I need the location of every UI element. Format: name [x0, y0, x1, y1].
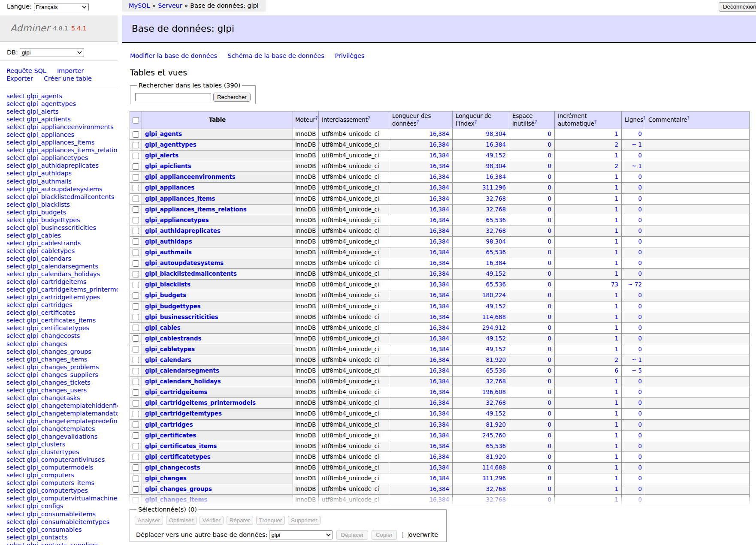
- index-length-link[interactable]: 294,912: [482, 325, 506, 331]
- data-length-link[interactable]: 16,384: [429, 314, 449, 320]
- sidebar-select-link[interactable]: select: [6, 108, 25, 115]
- sidebar-table-link[interactable]: glpi_apiclients: [27, 116, 70, 123]
- rows-count-link[interactable]: 0: [638, 410, 642, 417]
- sidebar-select-link[interactable]: select: [6, 441, 25, 448]
- rows-help-link[interactable]: ?: [643, 115, 645, 120]
- app-title[interactable]: Adminer: [10, 23, 50, 34]
- data-length-link[interactable]: 16,384: [429, 475, 449, 482]
- sidebar-select-link[interactable]: select: [6, 286, 25, 293]
- table-name-link[interactable]: glpi_budgets: [145, 292, 186, 298]
- data-length-link[interactable]: 16,384: [429, 174, 449, 180]
- data-length-link[interactable]: 16,384: [429, 378, 449, 385]
- move-button[interactable]: Déplacer: [336, 530, 368, 540]
- table-name-link[interactable]: glpi_cablestrands: [145, 335, 201, 342]
- sidebar-table-link[interactable]: glpi_budgets: [27, 209, 66, 216]
- sidebar-select-link[interactable]: select: [6, 542, 25, 545]
- data-length-link[interactable]: 16,384: [429, 196, 449, 202]
- sidebar-select-link[interactable]: select: [6, 495, 25, 502]
- data-free-link[interactable]: 0: [548, 196, 551, 202]
- index-length-link[interactable]: 65,536: [486, 249, 506, 256]
- row-checkbox[interactable]: [133, 325, 139, 331]
- data-free-link[interactable]: 0: [548, 422, 551, 428]
- sidebar-table-link[interactable]: glpi_computers: [27, 472, 74, 479]
- table-name-link[interactable]: glpi_cabletypes: [145, 346, 195, 352]
- sidebar-table-link[interactable]: glpi_changes_users: [27, 387, 87, 394]
- data-free-link[interactable]: 0: [548, 163, 551, 169]
- index-length-link[interactable]: 114,688: [482, 464, 506, 471]
- sidebar-select-link[interactable]: select: [6, 278, 25, 285]
- rows-count-link[interactable]: 0: [638, 152, 642, 159]
- data-length-link[interactable]: 16,384: [429, 389, 449, 395]
- index-length-link[interactable]: 49,152: [486, 346, 506, 352]
- sidebar-select-link[interactable]: select: [6, 425, 25, 432]
- move-db-select[interactable]: glpi: [269, 530, 333, 539]
- data-length-link[interactable]: 16,384: [429, 303, 449, 310]
- sidebar-select-link[interactable]: select: [6, 379, 25, 386]
- index-length-link[interactable]: 65,536: [486, 443, 506, 449]
- row-checkbox[interactable]: [133, 142, 139, 148]
- index-length-link[interactable]: 49,152: [486, 410, 506, 417]
- rows-count-link[interactable]: 0: [638, 422, 642, 428]
- index-length-link[interactable]: 65,536: [486, 281, 506, 288]
- auto-increment-link[interactable]: 1: [615, 217, 618, 223]
- table-name-link[interactable]: glpi_cables: [145, 325, 181, 331]
- index-length-link[interactable]: 245,760: [482, 432, 506, 439]
- table-name-link[interactable]: glpi_certificates_items: [145, 443, 217, 449]
- row-checkbox[interactable]: [133, 346, 139, 352]
- row-checkbox[interactable]: [133, 486, 139, 493]
- data-length-link[interactable]: 16,384: [429, 432, 449, 439]
- data-length-link[interactable]: 16,384: [429, 281, 449, 288]
- auto-increment-link[interactable]: 1: [615, 292, 618, 298]
- table-name-link[interactable]: glpi_businesscriticities: [145, 314, 218, 320]
- rows-count-link[interactable]: 0: [638, 335, 642, 342]
- sidebar-table-link[interactable]: glpi_calendars_holidays: [27, 271, 100, 277]
- sidebar-table-link[interactable]: glpi_cables: [27, 232, 61, 239]
- sidebar-select-link[interactable]: select: [6, 526, 25, 533]
- sidebar-select-link[interactable]: select: [6, 123, 25, 130]
- table-name-link[interactable]: glpi_changes_groups: [145, 486, 212, 492]
- row-checkbox[interactable]: [133, 303, 139, 310]
- data-free-link[interactable]: 0: [548, 464, 551, 471]
- index-length-link[interactable]: 32,768: [486, 228, 506, 234]
- data-length-link[interactable]: 16,384: [429, 260, 449, 266]
- sidebar-table-link[interactable]: glpi_changes_suppliers: [27, 371, 98, 378]
- data-length-link[interactable]: 16,384: [429, 443, 449, 449]
- data-free-link[interactable]: 0: [548, 410, 551, 417]
- row-checkbox[interactable]: [133, 260, 139, 267]
- sidebar-table-link[interactable]: glpi_cartridgeitems_printermodels: [27, 286, 118, 293]
- table-name-link[interactable]: glpi_appliances_items_relations: [145, 206, 247, 213]
- table-name-link[interactable]: glpi_appliances_items: [145, 196, 215, 202]
- data-free-link[interactable]: 0: [548, 486, 551, 492]
- sidebar-select-link[interactable]: select: [6, 332, 25, 339]
- check-button[interactable]: Vérifier: [200, 516, 224, 525]
- rows-count-link[interactable]: 0: [638, 196, 642, 202]
- rows-count-link[interactable]: 0: [638, 314, 642, 320]
- index-length-link[interactable]: 16,384: [486, 142, 506, 148]
- sidebar-select-link[interactable]: select: [6, 301, 25, 308]
- row-checkbox[interactable]: [133, 174, 139, 181]
- table-name-link[interactable]: glpi_blacklists: [145, 281, 191, 288]
- data-free-link[interactable]: 0: [548, 475, 551, 482]
- data-length-link[interactable]: 16,384: [429, 292, 449, 298]
- row-checkbox[interactable]: [133, 314, 139, 320]
- sidebar-select-link[interactable]: select: [6, 433, 25, 440]
- table-name-link[interactable]: glpi_alerts: [145, 152, 178, 159]
- data-length-link[interactable]: 16,384: [429, 367, 449, 374]
- sidebar-select-link[interactable]: select: [6, 479, 25, 486]
- auto-increment-link[interactable]: 1: [615, 131, 618, 137]
- new-version-link[interactable]: 5.4.1: [71, 25, 87, 33]
- sidebar-table-link[interactable]: glpi_clustertypes: [27, 449, 79, 455]
- data-free-link[interactable]: 0: [548, 325, 551, 331]
- rows-count-link[interactable]: 0: [638, 249, 642, 256]
- rows-count-link[interactable]: 0: [638, 346, 642, 352]
- rows-count-link[interactable]: ~ 1: [632, 163, 642, 169]
- auto-increment-link[interactable]: 1: [615, 206, 618, 213]
- sidebar-select-link[interactable]: select: [6, 534, 25, 541]
- table-name-link[interactable]: glpi_calendars_holidays: [145, 378, 221, 385]
- sidebar-table-link[interactable]: glpi_configs: [27, 503, 63, 509]
- auto-increment-link[interactable]: 1: [615, 443, 618, 449]
- sidebar-select-link[interactable]: select: [6, 340, 25, 347]
- auto-increment-link[interactable]: 1: [615, 422, 618, 428]
- auto-increment-link[interactable]: 1: [615, 325, 618, 331]
- data-free-link[interactable]: 0: [548, 228, 551, 234]
